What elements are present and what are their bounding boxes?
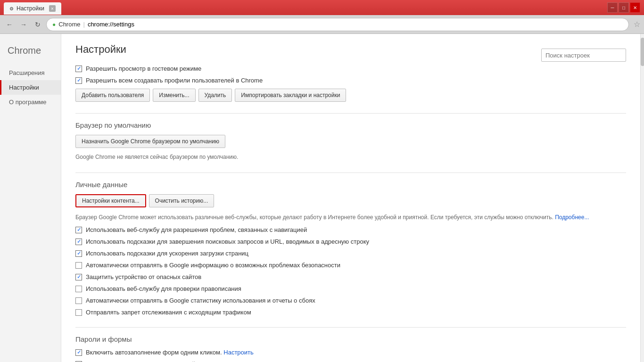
set-default-browser-button[interactable]: Назначить Google Chrome браузером по умо…: [75, 135, 225, 148]
checkbox-create-profiles-label: Разрешить всем создавать профили пользов…: [86, 77, 263, 84]
user-buttons: Добавить пользователя Изменить... Удалит…: [75, 89, 626, 102]
tab-favicon: ⚙: [9, 6, 14, 11]
back-button[interactable]: ←: [4, 19, 15, 30]
cb-navigation-input[interactable]: [75, 227, 82, 233]
passwords-title: Пароли и формы: [75, 335, 626, 343]
content-settings-button[interactable]: Настройки контента...: [75, 194, 146, 207]
brand-label: Chrome: [58, 21, 80, 28]
cb-spellcheck-label: Использовать веб-службу для проверки пра…: [86, 285, 241, 292]
default-browser-title: Браузер по умолчанию: [75, 121, 626, 129]
cb-page-prefetch: Использовать подсказки для ускорения заг…: [75, 250, 626, 257]
cb-page-prefetch-input[interactable]: [75, 250, 82, 257]
cb-dnt: Отправлять запрет отслеживания с исходящ…: [75, 309, 626, 316]
cb-security-info: Автоматически отправлять в Google информ…: [75, 262, 626, 269]
checkbox-guest-mode-input[interactable]: [75, 66, 82, 72]
divider-3: [75, 327, 626, 328]
cb-security-info-input[interactable]: [75, 262, 82, 269]
personal-data-description: Браузер Google Chrome может использовать…: [75, 213, 626, 222]
close-button[interactable]: ✕: [630, 2, 640, 13]
cb-suggestions: Использовать подсказки для завершения по…: [75, 238, 626, 245]
checkbox-guest-mode-label: Разрешить просмотр в гостевом режиме: [86, 65, 201, 72]
divider-2: [75, 173, 626, 173]
add-user-button[interactable]: Добавить пользователя: [75, 89, 150, 102]
window-controls: ─ □ ✕: [607, 2, 640, 13]
sidebar-item-extensions[interactable]: Расширения: [0, 66, 61, 80]
cb-usage-stats-input[interactable]: [75, 297, 82, 304]
checkbox-create-profiles-input[interactable]: [75, 77, 82, 84]
cb-safe-browsing: Защитить устройство от опасных сайтов: [75, 273, 626, 280]
address-bar[interactable]: ● Chrome |: [46, 18, 629, 31]
search-box: [541, 49, 626, 62]
cb-navigation-label: Использовать веб-службу для разрешения п…: [86, 226, 307, 233]
import-bookmarks-button[interactable]: Импортировать закладки и настройки: [235, 89, 346, 102]
cb-usage-stats-label: Автоматически отправлять в Google статис…: [86, 297, 315, 304]
title-bar: ⚙ Настройки × ─ □ ✕: [0, 0, 644, 15]
tab-close-button[interactable]: ×: [49, 5, 56, 12]
tab-title: Настройки: [17, 5, 44, 12]
url-input[interactable]: [88, 21, 623, 28]
checkbox-guest-mode: Разрешить просмотр в гостевом режиме: [75, 65, 626, 72]
checkbox-create-profiles: Разрешить всем создавать профили пользов…: [75, 77, 626, 84]
personal-data-title: Личные данные: [75, 181, 626, 189]
default-browser-description: Google Chrome не является сейчас браузер…: [75, 153, 626, 161]
cb-security-info-label: Автоматически отправлять в Google информ…: [86, 262, 340, 269]
cb-page-prefetch-label: Использовать подсказки для ускорения заг…: [86, 250, 248, 257]
cb-suggestions-input[interactable]: [75, 239, 82, 245]
personal-data-section: Личные данные Настройки контента... Очис…: [75, 181, 626, 316]
cb-dnt-label: Отправлять запрет отслеживания с исходящ…: [86, 309, 251, 316]
cb-spellcheck-input[interactable]: [75, 286, 82, 292]
forward-button[interactable]: →: [18, 19, 29, 30]
sidebar-logo: Chrome: [0, 41, 61, 66]
passwords-section: Пароли и формы Включить автозаполнение ф…: [75, 335, 626, 362]
cb-safe-browsing-label: Защитить устройство от опасных сайтов: [86, 273, 201, 280]
edit-user-button[interactable]: Изменить...: [153, 89, 195, 102]
users-section: Разрешить просмотр в гостевом режиме Раз…: [75, 65, 626, 102]
scrollbar-thumb[interactable]: [641, 38, 644, 66]
url-separator: |: [83, 21, 85, 28]
minimize-button[interactable]: ─: [607, 2, 618, 13]
cb-autofill-input[interactable]: [75, 349, 82, 356]
personal-data-buttons: Настройки контента... Очистить историю..…: [75, 194, 626, 207]
default-browser-section: Браузер по умолчанию Назначить Google Ch…: [75, 121, 626, 161]
clear-history-button[interactable]: Очистить историю...: [149, 194, 215, 207]
cb-spellcheck: Использовать веб-службу для проверки пра…: [75, 285, 626, 292]
divider-1: [75, 113, 626, 114]
main-settings-area: Настройки Разрешить просмотр в гостевом …: [61, 34, 640, 362]
sidebar: Chrome Расширения Настройки О программе: [0, 34, 61, 362]
reload-button[interactable]: ↻: [32, 19, 43, 30]
sidebar-item-about[interactable]: О программе: [0, 95, 61, 109]
secure-icon: ●: [52, 21, 56, 28]
cb-safe-browsing-input[interactable]: [75, 274, 82, 280]
sidebar-item-settings[interactable]: Настройки: [0, 80, 61, 95]
cb-usage-stats: Автоматически отправлять в Google статис…: [75, 297, 626, 304]
maximize-button[interactable]: □: [619, 2, 629, 13]
cb-navigation: Использовать веб-службу для разрешения п…: [75, 226, 626, 233]
browser-tab[interactable]: ⚙ Настройки ×: [4, 2, 61, 15]
cb-autofill: Включить автозаполнение форм одним клико…: [75, 349, 626, 356]
page-content: Chrome Расширения Настройки О программе …: [0, 34, 644, 362]
cb-suggestions-label: Использовать подсказки для завершения по…: [86, 238, 369, 245]
delete-user-button[interactable]: Удалить: [198, 89, 232, 102]
bookmark-star-icon[interactable]: ☆: [634, 20, 640, 29]
cb-autofill-label: Включить автозаполнение форм одним клико…: [86, 349, 254, 356]
cb-dnt-input[interactable]: [75, 309, 82, 316]
scrollbar[interactable]: [640, 34, 644, 362]
search-input[interactable]: [541, 49, 626, 62]
details-link[interactable]: Подробнее...: [555, 214, 589, 221]
nav-bar: ← → ↻ ● Chrome | ☆: [0, 15, 644, 34]
autofill-settings-link[interactable]: Настроить: [223, 349, 254, 356]
